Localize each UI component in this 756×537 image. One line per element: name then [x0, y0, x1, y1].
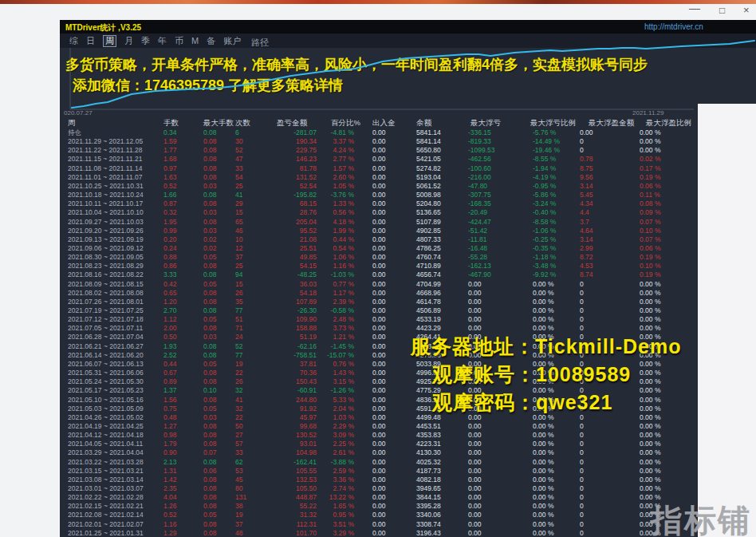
- table-row[interactable]: 2021.07.05 ~ 2021.07.112.000.0871158.883…: [60, 324, 756, 333]
- cell-手数: 0.89: [163, 377, 195, 386]
- table-row-position[interactable]: 持仓0.340.086-281.07-4.81 %0.005841.14-336…: [60, 128, 756, 137]
- table-row[interactable]: 2021.03.22 ~ 2021.03.282.130.0862-162.41…: [60, 458, 756, 467]
- cell-最大浮盈比例: 0.00 %: [640, 386, 689, 395]
- table-row[interactable]: 2021.08.23 ~ 2021.08.290.860.082554.151.…: [60, 262, 756, 270]
- cell-手数: 0.50: [163, 333, 195, 342]
- cell-最大浮盈比例: 0.17 %: [640, 164, 689, 173]
- table-row[interactable]: 2021.11.22 ~ 2021.11.281.770.0852229.754…: [60, 146, 756, 155]
- cell-出入金: 0.00: [372, 351, 412, 360]
- cell-最大浮亏比例: -1.94 %: [533, 164, 582, 173]
- table-row[interactable]: 2021.05.03 ~ 2021.05.090.750.053291.922.…: [60, 405, 756, 413]
- cell-周: 2021.05.10 ~ 2021.05.16: [68, 396, 162, 405]
- mtdriver-window: MTDriver统计 ,V3.25 http://mtdriver.cn 综日周…: [60, 20, 756, 537]
- cell-最大浮亏比例: 0.00 %: [533, 289, 582, 298]
- table-row[interactable]: 2021.09.13 ~ 2021.09.190.200.021021.080.…: [60, 235, 756, 244]
- cell-最大手数: 0.03: [203, 182, 235, 191]
- cell-余额: 4807.33: [416, 235, 466, 244]
- table-row[interactable]: 2021.07.12 ~ 2021.07.181.120.0551109.902…: [60, 315, 756, 324]
- cell-最大浮亏: -307.75: [468, 191, 518, 199]
- cell-周: 2021.05.31 ~ 2021.06.06: [68, 369, 162, 377]
- table-row[interactable]: 2021.08.09 ~ 2021.08.150.420.051536.030.…: [60, 280, 756, 289]
- cell-手数: 0.52: [163, 182, 195, 191]
- table-row[interactable]: 2021.07.26 ~ 2021.08.011.200.0835107.892…: [60, 298, 756, 306]
- table-row[interactable]: 2021.10.11 ~ 2021.10.170.870.082968.151.…: [60, 199, 756, 208]
- cell-最大浮亏: 0.00: [468, 431, 518, 440]
- cell-最大浮盈金额: 0: [580, 467, 629, 476]
- cell-出入金: 0.00: [372, 360, 412, 369]
- cell-手数: 1.29: [163, 529, 195, 537]
- table-row[interactable]: 2021.04.05 ~ 2021.04.111.790.085793.012.…: [60, 440, 756, 448]
- cell-最大浮亏: -11.81: [468, 235, 518, 244]
- table-row[interactable]: 2021.11.29 ~ 2021.12.051.590.0830190.343…: [60, 137, 756, 146]
- table-row[interactable]: 2021.04.26 ~ 2021.05.020.480.032245.971.…: [60, 413, 756, 422]
- table-row[interactable]: 2021.10.18 ~ 2021.10.241.660.0841-195.82…: [60, 191, 756, 199]
- cell-百分比%: 3.37 %: [300, 137, 354, 146]
- table-row[interactable]: 2021.11.15 ~ 2021.11.211.680.0847146.232…: [60, 155, 756, 164]
- table-row[interactable]: 2021.05.31 ~ 2021.06.060.670.082270.361.…: [60, 369, 756, 377]
- cell-周: 2021.02.22 ~ 2021.02.28: [68, 493, 162, 502]
- table-row[interactable]: 2021.11.01 ~ 2021.11.071.630.0854131.522…: [60, 173, 756, 182]
- table-row[interactable]: 2021.09.27 ~ 2021.10.031.950.0865205.044…: [60, 218, 756, 227]
- cell-百分比%: 0.44 %: [300, 235, 354, 244]
- cell-百分比%: 3.29 %: [300, 529, 354, 537]
- cell-最大浮盈金额: 0: [580, 458, 629, 467]
- cell-最大浮盈金额: 8.72: [580, 253, 629, 262]
- cell-余额: 4082.18: [416, 476, 466, 484]
- cell-百分比%: -1.03 %: [300, 270, 354, 279]
- table-row[interactable]: 2021.08.02 ~ 2021.08.080.650.082654.181.…: [60, 289, 756, 298]
- table-row[interactable]: 2021.10.04 ~ 2021.10.100.320.031528.760.…: [60, 208, 756, 217]
- cell-最大浮亏比例: 0.00 %: [533, 493, 582, 502]
- table-row[interactable]: 2021.05.10 ~ 2021.05.161.560.0841244.805…: [60, 396, 756, 405]
- table-row[interactable]: 2021.08.16 ~ 2021.08.223.330.0894-48.25-…: [60, 270, 756, 279]
- cell-手数: 0.44: [163, 360, 195, 369]
- table-row[interactable]: 2021.04.12 ~ 2021.04.180.980.0827130.523…: [60, 431, 756, 440]
- minimize-button[interactable]: —: [689, 3, 700, 13]
- cell-出入金: 0.00: [372, 208, 412, 217]
- table-row[interactable]: 2021.04.19 ~ 2021.04.251.270.085099.682.…: [60, 422, 756, 431]
- cell-周: 2021.04.26 ~ 2021.05.02: [68, 413, 162, 422]
- cell-手数: 1.77: [163, 146, 195, 155]
- cell-最大浮盈比例: 0.00 %: [640, 280, 689, 289]
- table-row[interactable]: 2021.03.29 ~ 2021.04.040.900.0733104.982…: [60, 448, 756, 457]
- cell-出入金: 0.00: [372, 182, 412, 191]
- cell-最大手数: 0.08: [203, 520, 235, 529]
- cell-出入金: 0.00: [372, 155, 412, 164]
- cell-手数: 2.00: [163, 324, 195, 333]
- cell-最大手数: 0.05: [203, 253, 235, 262]
- cell-最大浮亏: -216.00: [468, 173, 518, 182]
- table-row[interactable]: 2021.10.25 ~ 2021.10.310.520.032552.541.…: [60, 182, 756, 191]
- cell-周: 2021.07.19 ~ 2021.07.25: [68, 306, 162, 315]
- promo-account-line: 观摩账号：10089589: [432, 361, 631, 388]
- table-row[interactable]: 2021.03.01 ~ 2021.03.072.350.0880105.502…: [60, 484, 756, 493]
- cell-最大浮亏: -162.13: [468, 262, 518, 270]
- cell-最大手数: 0.08: [203, 155, 235, 164]
- cell-最大浮亏比例: -4.19 %: [533, 173, 582, 182]
- cell-出入金: 0.00: [372, 405, 412, 413]
- cell-最大手数: 0.08: [203, 458, 235, 467]
- table-row[interactable]: 2021.05.17 ~ 2021.05.231.370.1032-60.91-…: [60, 386, 756, 395]
- table-row[interactable]: 2021.03.15 ~ 2021.03.211.310.0653105.552…: [60, 467, 756, 476]
- table-row[interactable]: 2021.08.30 ~ 2021.09.050.880.053749.851.…: [60, 253, 756, 262]
- table-row[interactable]: 2021.06.07 ~ 2021.06.130.440.051937.810.…: [60, 360, 756, 369]
- maximize-button[interactable]: □: [719, 6, 725, 15]
- cell-余额: 5061.52: [416, 182, 466, 191]
- cell-手数: 1.59: [163, 137, 195, 146]
- cell-手数: 0.24: [163, 244, 195, 253]
- table-row[interactable]: 2021.09.20 ~ 2021.09.260.990.034695.521.…: [60, 227, 756, 235]
- cell-最大浮亏: 0.00: [468, 476, 518, 484]
- table-row[interactable]: 2021.07.19 ~ 2021.07.252.700.0877-26.30-…: [60, 306, 756, 315]
- cell-余额: 5193.04: [416, 173, 466, 182]
- cell-百分比%: 5.33 %: [300, 396, 354, 405]
- table-row[interactable]: 2021.05.24 ~ 2021.05.300.890.0826150.433…: [60, 377, 756, 386]
- table-row[interactable]: 2021.03.08 ~ 2021.03.141.420.0845132.533…: [60, 476, 756, 484]
- cell-出入金: 0.00: [372, 227, 412, 235]
- cell-最大浮盈金额: 0: [580, 431, 629, 440]
- cell-手数: 0.87: [163, 199, 195, 208]
- table-row[interactable]: 2021.11.08 ~ 2021.11.140.970.083381.781.…: [60, 164, 756, 173]
- table-row[interactable]: 2021.09.06 ~ 2021.09.120.240.021225.510.…: [60, 244, 756, 253]
- cell-最大浮亏比例: 0.00 %: [533, 306, 582, 315]
- close-button[interactable]: ×: [743, 6, 750, 15]
- cell-周: 2021.02.08 ~ 2021.02.14: [68, 511, 162, 519]
- cell-最大浮盈比例: 0.00 %: [640, 360, 689, 369]
- cell-最大浮亏比例: -3.24 %: [533, 199, 582, 208]
